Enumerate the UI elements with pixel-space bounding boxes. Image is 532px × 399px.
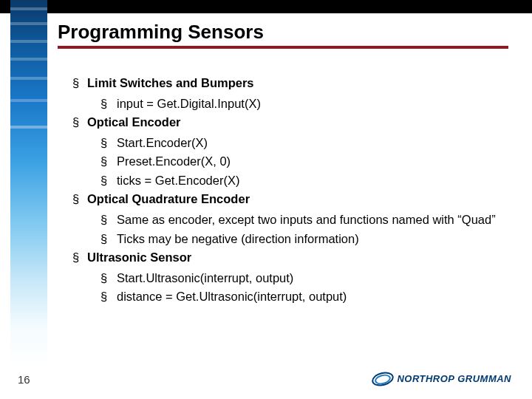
bullet-l2: §distance = Get.Ultrasonic(interrupt, ou… <box>100 287 501 307</box>
bullet-l1: §Ultrasonic Sensor <box>72 248 501 267</box>
square-bullet-icon: § <box>72 113 87 132</box>
bullet-l2: §input = Get.Digital.Input(X) <box>100 95 501 114</box>
square-bullet-icon: § <box>72 74 87 93</box>
bullet-label: Optical Quadrature Encoder <box>87 190 250 209</box>
top-stripe <box>0 0 532 13</box>
side-tick <box>10 7 47 10</box>
square-bullet-icon: § <box>72 190 87 209</box>
page-number: 16 <box>18 373 30 386</box>
bullet-sub: distance = Get.Ultrasonic(interrupt, out… <box>117 287 347 307</box>
square-bullet-icon: § <box>100 211 117 230</box>
square-bullet-icon: § <box>100 171 117 191</box>
square-bullet-icon: § <box>72 248 87 267</box>
bullet-label: Ultrasonic Sensor <box>87 248 191 267</box>
bullet-sub: input = Get.Digital.Input(X) <box>117 95 261 114</box>
bullet-sub: Start.Ultrasonic(interrupt, output) <box>117 269 293 288</box>
bullet-content: §Limit Switches and Bumpers §input = Get… <box>72 74 501 307</box>
side-tick <box>10 58 47 61</box>
side-tick <box>10 22 47 25</box>
square-bullet-icon: § <box>100 230 117 249</box>
title-underline <box>58 46 508 49</box>
brand-name: NORTHROP GRUMMAN <box>397 373 511 384</box>
square-bullet-icon: § <box>100 269 117 288</box>
slide: Programming Sensors §Limit Switches and … <box>0 0 532 399</box>
side-tick <box>10 99 47 102</box>
bullet-sub: Preset.Encoder(X, 0) <box>117 152 231 171</box>
brand-logo: NORTHROP GRUMMAN <box>370 371 511 386</box>
bullet-sub: ticks = Get.Encoder(X) <box>117 171 239 191</box>
bullet-l2: §Start.Encoder(X) <box>100 134 501 153</box>
slide-title: Programming Sensors <box>58 21 264 44</box>
square-bullet-icon: § <box>100 95 117 114</box>
square-bullet-icon: § <box>100 134 117 153</box>
logo-orbit-icon <box>370 371 394 386</box>
bullet-sub: Same as encoder, except two inputs and f… <box>117 211 496 230</box>
bullet-l1: §Limit Switches and Bumpers <box>72 74 501 93</box>
side-tick <box>10 126 47 129</box>
bullet-sub: Start.Encoder(X) <box>117 134 208 153</box>
bullet-l2: §Same as encoder, except two inputs and … <box>100 211 501 230</box>
bullet-l2: §Ticks may be negative (direction inform… <box>100 230 501 249</box>
square-bullet-icon: § <box>100 287 117 307</box>
bullet-sub: Ticks may be negative (direction informa… <box>117 230 359 249</box>
bullet-l2: §ticks = Get.Encoder(X) <box>100 171 501 191</box>
bullet-l1: §Optical Quadrature Encoder <box>72 190 501 209</box>
side-tick <box>10 77 47 80</box>
square-bullet-icon: § <box>100 152 117 171</box>
bullet-l1: §Optical Encoder <box>72 113 501 132</box>
bullet-label: Optical Encoder <box>87 113 181 132</box>
bullet-l2: §Preset.Encoder(X, 0) <box>100 152 501 171</box>
bullet-label: Limit Switches and Bumpers <box>87 74 254 93</box>
side-tick <box>10 40 47 43</box>
bullet-l2: §Start.Ultrasonic(interrupt, output) <box>100 269 501 288</box>
